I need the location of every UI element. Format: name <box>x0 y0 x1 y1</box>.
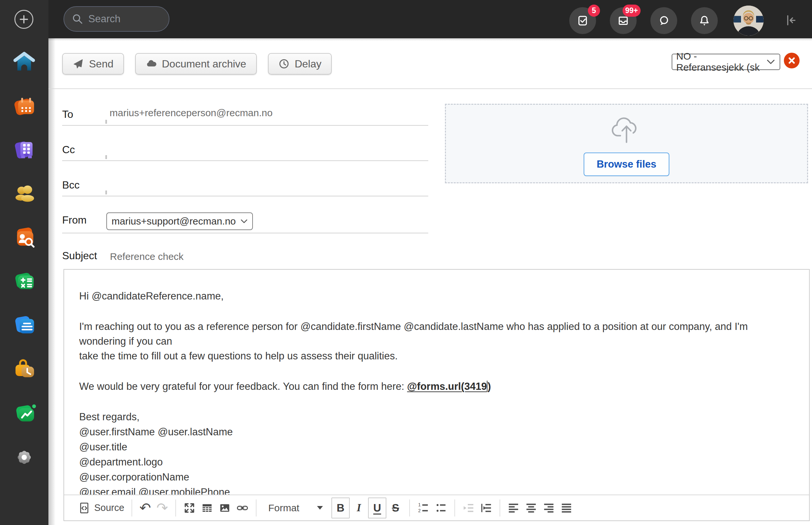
candidate-search-icon <box>12 225 36 250</box>
create-new-button[interactable] <box>14 10 33 29</box>
notifications-button[interactable] <box>691 7 718 34</box>
undo-button[interactable]: ↶ <box>137 498 154 518</box>
search-input[interactable]: Search <box>63 6 169 32</box>
chevron-down-icon <box>767 59 775 64</box>
sidebar-item-candidate-search[interactable] <box>12 225 37 250</box>
collapse-panel-button[interactable] <box>782 12 799 30</box>
sidebar-item-settings[interactable] <box>12 445 37 469</box>
align-right-button[interactable] <box>540 498 558 518</box>
underline-button[interactable]: U <box>368 497 386 519</box>
send-button[interactable]: Send <box>62 53 124 75</box>
indent-button[interactable] <box>477 498 495 518</box>
to-value[interactable]: marius+referenceperson@recman.no <box>110 107 273 119</box>
chat-button[interactable] <box>650 7 677 34</box>
outdent-button[interactable] <box>460 498 477 518</box>
document-archive-button[interactable]: Document archive <box>135 53 257 75</box>
toolbar-separator <box>455 499 455 516</box>
editor-toolbar: Source ↶ ↷ <box>64 495 809 521</box>
svg-text:1: 1 <box>418 502 421 507</box>
calendar-icon <box>12 94 36 118</box>
bullet-list-button[interactable] <box>432 498 450 518</box>
indent-icon <box>480 502 492 514</box>
from-divider <box>62 233 428 234</box>
from-select[interactable]: marius+support@recman.no <box>106 212 253 230</box>
align-center-button[interactable] <box>522 498 540 518</box>
rich-text-area[interactable]: Hi @candidateReference.name, I'm reachin… <box>64 270 809 496</box>
align-center-icon <box>525 502 537 514</box>
body-paragraph: We would be very grateful for your feedb… <box>79 379 794 394</box>
subject-field-row[interactable]: Subject Reference check <box>62 241 428 264</box>
sidebar-item-documents[interactable] <box>12 313 37 337</box>
tasks-button[interactable]: 5 <box>569 7 596 34</box>
tasks-badge: 5 <box>588 4 600 17</box>
from-field-row: From marius+support@recman.no <box>62 202 428 231</box>
template-select[interactable]: NO - Referansesjekk (sk <box>672 54 780 70</box>
justify-button[interactable] <box>558 498 576 518</box>
sidebar-nav <box>0 50 48 469</box>
browse-files-button[interactable]: Browse files <box>584 152 670 176</box>
send-icon <box>73 58 84 70</box>
insert-link-button[interactable] <box>234 498 251 518</box>
align-left-icon <box>507 502 520 514</box>
toolbar-separator <box>256 499 257 516</box>
collapse-left-icon <box>782 12 799 29</box>
bcc-label: Bcc <box>62 179 79 191</box>
delay-button[interactable]: Delay <box>268 53 332 75</box>
subject-value[interactable]: Reference check <box>110 251 184 262</box>
bold-button[interactable]: B <box>332 497 350 519</box>
sidebar-item-contacts[interactable] <box>12 181 37 206</box>
home-icon <box>12 50 36 74</box>
align-right-icon <box>543 502 555 514</box>
input-caret-mark <box>105 191 107 194</box>
sidebar <box>0 0 48 525</box>
sidebar-item-analytics[interactable] <box>12 401 37 425</box>
italic-button[interactable]: I <box>350 497 368 519</box>
user-avatar[interactable] <box>734 5 764 36</box>
attachment-dropzone[interactable]: Browse files <box>445 104 808 183</box>
chevron-down-icon <box>241 219 248 224</box>
sidebar-item-calendar[interactable] <box>12 94 37 118</box>
image-icon <box>218 502 231 514</box>
insert-image-button[interactable] <box>216 498 234 518</box>
subject-label: Subject <box>62 250 97 262</box>
align-left-button[interactable] <box>505 498 522 518</box>
justify-icon <box>561 502 573 514</box>
redo-icon: ↷ <box>156 501 168 515</box>
ordered-list-button[interactable]: 1 2 <box>414 498 432 518</box>
bcc-field-row[interactable]: Bcc <box>62 172 428 196</box>
template-selected-value: NO - Referansesjekk (sk <box>676 51 764 73</box>
to-field-row[interactable]: To marius+referenceperson@recman.no <box>62 102 428 126</box>
topbar-actions: 5 99+ <box>555 5 802 36</box>
cloud-icon <box>145 58 157 70</box>
input-caret-mark <box>105 155 107 159</box>
close-compose-button[interactable] <box>784 53 800 69</box>
panel-top-shadow <box>48 38 812 41</box>
close-icon <box>788 57 795 64</box>
maximize-button[interactable] <box>181 498 198 518</box>
format-dropdown[interactable]: Format <box>261 498 332 518</box>
input-caret-mark <box>105 120 107 124</box>
compose-email-panel: Send Document archive Delay NO - Referan… <box>48 38 812 525</box>
sidebar-item-home[interactable] <box>12 50 37 74</box>
sidebar-item-company[interactable] <box>12 137 37 162</box>
svg-text:2: 2 <box>418 508 421 513</box>
sidebar-item-calculations[interactable] <box>12 269 37 293</box>
sidebar-item-time-tracking[interactable] <box>12 357 37 381</box>
link-icon <box>236 502 249 514</box>
cc-field-row[interactable]: Cc <box>62 137 428 161</box>
panel-edge-shadow <box>48 38 56 525</box>
inbox-button[interactable]: 99+ <box>610 7 637 34</box>
source-button[interactable]: Source <box>75 498 127 518</box>
body-greeting: Hi @candidateReference.name, <box>79 289 794 303</box>
redo-button[interactable]: ↷ <box>154 498 171 518</box>
undo-icon: ↶ <box>139 501 151 515</box>
calculator-icon <box>12 269 36 293</box>
form-url-link[interactable]: @forms.url(3419 <box>407 381 487 392</box>
cloud-upload-icon <box>607 111 646 145</box>
recman-app: Search 5 99+ <box>0 0 812 525</box>
document-archive-label: Document archive <box>162 58 246 70</box>
insert-table-button[interactable] <box>198 498 216 518</box>
toolbar-separator <box>409 499 410 516</box>
body-paragraph: I'm reaching out to you as a reference p… <box>79 319 794 363</box>
strikethrough-button[interactable]: S <box>386 497 405 519</box>
